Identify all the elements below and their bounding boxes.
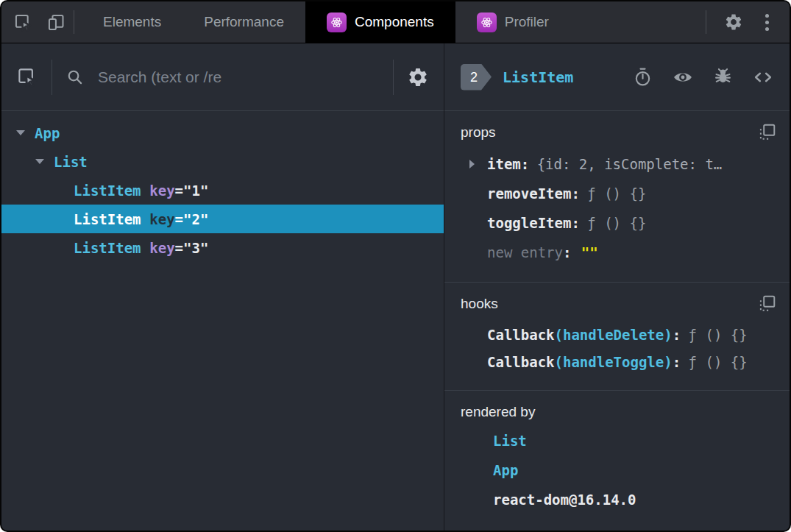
prop-value: {id: 2, isComplete: t… [537,156,723,172]
bug-icon[interactable] [713,67,733,87]
react-logo-icon [327,13,347,32]
prop-row-new-entry[interactable]: new entry:"" [461,238,775,267]
tree-row-listitem-3[interactable]: ListItemkey="3" [1,233,444,262]
tree-row-list[interactable]: List [1,147,444,176]
key-attribute: key [149,182,174,199]
component-name: ListItem [74,182,141,199]
new-entry-value[interactable]: "" [581,244,598,260]
tree-row-listitem-1[interactable]: ListItemkey="1" [1,176,444,205]
tab-elements[interactable]: Elements [82,1,182,43]
gear-icon[interactable] [407,66,429,88]
props-heading: props [461,124,775,141]
stopwatch-icon[interactable] [633,67,653,87]
inspect-cursor-icon[interactable] [16,66,38,88]
hook-row-handledelete[interactable]: Callback(handleDelete):ƒ () {} [461,321,775,348]
component-name: ListItem [74,240,141,256]
hook-row-handletoggle[interactable]: Callback(handleToggle):ƒ () {} [461,348,775,375]
hook-value: ƒ () {} [689,354,748,370]
renderer-version: react-dom@16.14.0 [493,492,636,508]
search-input[interactable] [96,68,380,87]
tab-profiler[interactable]: Profiler [455,1,570,43]
tree-toolbar [1,43,444,111]
inspect-cursor-icon[interactable] [13,13,33,32]
code-brackets-icon[interactable] [753,67,773,88]
new-entry-key[interactable]: new entry [487,244,563,260]
eye-icon[interactable] [673,67,693,88]
toolbar-divider [393,60,394,95]
hooks-heading: hooks [461,296,775,312]
owner-row[interactable]: List [461,426,775,455]
gear-icon[interactable] [724,13,743,32]
devtools-window: Elements Performance Components [0,0,791,532]
toolbar-divider [706,10,706,34]
react-logo-icon [477,13,497,32]
inspector-header: 2 ListItem [444,43,790,111]
hook-name: (handleToggle) [555,354,673,370]
copy-icon[interactable] [757,294,776,313]
component-tree: App List ListItemkey="1" ListItemkey="2"… [1,111,444,262]
prop-row-removeitem[interactable]: removeItem:ƒ () {} [461,179,775,208]
owners-count-badge: 2 [461,64,492,91]
key-value: ="2" [175,211,209,227]
tab-label: Profiler [505,14,549,30]
hook-type: Callback [487,354,555,370]
selected-component-title: ListItem [503,68,573,86]
prop-value: ƒ () {} [587,185,646,202]
component-inspector: 2 ListItem [444,43,790,531]
search-icon [65,68,85,87]
expander-icon[interactable] [469,160,475,169]
tree-row-app[interactable]: App [1,118,444,147]
prop-key: removeItem [487,185,571,202]
component-tree-panel: App List ListItemkey="1" ListItemkey="2"… [1,43,444,531]
owner-link-list[interactable]: List [493,433,527,449]
renderer-row: react-dom@16.14.0 [461,485,775,514]
owner-row[interactable]: App [461,455,775,485]
toolbar-left-icons [1,1,66,43]
key-attribute: key [149,240,174,256]
devtools-toolbar: Elements Performance Components [1,1,790,43]
prop-key: item [487,156,521,172]
rendered-by-section: rendered by List App react-dom@16.14.0 [444,391,790,531]
hook-type: Callback [487,327,555,343]
tab-label: Components [355,14,434,30]
hook-value: ƒ () {} [689,327,748,343]
prop-row-toggleitem[interactable]: toggleItem:ƒ () {} [461,208,775,238]
components-panel: App List ListItemkey="1" ListItemkey="2"… [1,43,790,531]
tree-row-listitem-2-selected[interactable]: ListItemkey="2" [1,205,444,233]
owner-link-app[interactable]: App [493,462,518,478]
search-bar [65,68,380,87]
expander-icon[interactable] [35,159,44,164]
hook-name: (handleDelete) [555,327,673,343]
device-toolbar-icon[interactable] [46,13,66,32]
toolbar-divider [74,10,74,34]
hooks-section: hooks Callback(handleDelete):ƒ () {} Cal… [444,283,790,391]
tab-components[interactable]: Components [305,1,455,43]
props-section: props item:{id: 2, isComplete: t… remove… [444,111,790,283]
toolbar-divider [52,60,52,95]
component-name: App [35,125,60,141]
prop-key: toggleItem [487,215,571,231]
rendered-by-heading: rendered by [461,404,775,420]
expander-icon[interactable] [16,130,25,135]
component-name: ListItem [74,211,141,227]
key-value: ="1" [175,182,209,199]
tab-performance[interactable]: Performance [182,1,305,43]
kebab-menu-icon[interactable] [759,14,775,31]
component-name: List [54,154,88,170]
key-attribute: key [149,211,174,227]
key-value: ="3" [175,240,209,256]
prop-row-item[interactable]: item:{id: 2, isComplete: t… [461,149,775,179]
tab-label: Elements [103,14,161,30]
copy-icon[interactable] [757,123,776,142]
prop-value: ƒ () {} [587,215,646,231]
tab-label: Performance [204,14,284,30]
